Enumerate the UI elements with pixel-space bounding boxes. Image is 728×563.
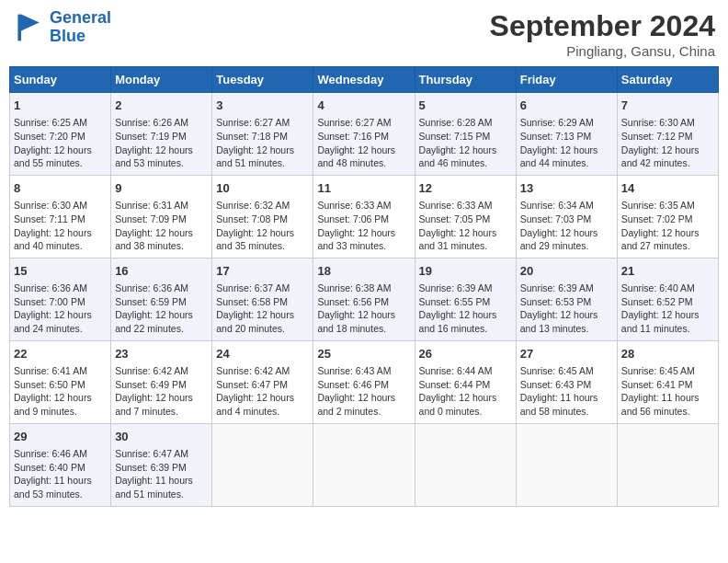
location: Pingliang, Gansu, China [490,43,715,59]
day-info: Sunrise: 6:33 AMSunset: 7:06 PMDaylight:… [317,199,410,253]
calendar-cell: 3Sunrise: 6:27 AMSunset: 7:18 PMDaylight… [212,93,313,176]
day-info: Sunrise: 6:35 AMSunset: 7:02 PMDaylight:… [621,199,714,253]
calendar-cell: 23Sunrise: 6:42 AMSunset: 6:49 PMDayligh… [111,340,212,423]
day-info: Sunrise: 6:25 AMSunset: 7:20 PMDaylight:… [14,116,107,170]
calendar-cell: 20Sunrise: 6:39 AMSunset: 6:53 PMDayligh… [516,258,617,340]
day-info: Sunrise: 6:39 AMSunset: 6:53 PMDaylight:… [520,282,613,336]
week-row-4: 22Sunrise: 6:41 AMSunset: 6:50 PMDayligh… [10,340,719,423]
day-info: Sunrise: 6:27 AMSunset: 7:18 PMDaylight:… [216,116,309,170]
day-number: 22 [14,346,107,362]
day-info: Sunrise: 6:27 AMSunset: 7:16 PMDaylight:… [317,116,410,170]
day-number: 11 [317,180,410,197]
day-number: 23 [115,346,208,362]
day-info: Sunrise: 6:45 AMSunset: 6:43 PMDaylight:… [520,364,613,419]
day-number: 1 [14,98,107,114]
day-info: Sunrise: 6:34 AMSunset: 7:03 PMDaylight:… [520,199,613,253]
week-row-3: 15Sunrise: 6:36 AMSunset: 7:00 PMDayligh… [10,258,719,340]
day-info: Sunrise: 6:40 AMSunset: 6:52 PMDaylight:… [621,282,714,336]
calendar-cell: 18Sunrise: 6:38 AMSunset: 6:56 PMDayligh… [313,258,415,340]
day-number: 21 [621,263,714,280]
day-number: 15 [14,263,107,280]
day-number: 27 [520,346,613,362]
day-number: 3 [216,98,309,114]
day-info: Sunrise: 6:43 AMSunset: 6:46 PMDaylight:… [317,364,410,419]
day-number: 20 [520,263,613,280]
week-row-5: 29Sunrise: 6:46 AMSunset: 6:40 PMDayligh… [10,423,719,506]
calendar-cell: 30Sunrise: 6:47 AMSunset: 6:39 PMDayligh… [111,423,212,506]
calendar-cell: 10Sunrise: 6:32 AMSunset: 7:08 PMDayligh… [212,175,313,258]
day-header-saturday: Saturday [617,67,718,93]
week-row-2: 8Sunrise: 6:30 AMSunset: 7:11 PMDaylight… [10,175,719,258]
calendar-cell: 15Sunrise: 6:36 AMSunset: 7:00 PMDayligh… [10,258,111,340]
day-number: 5 [419,98,512,114]
calendar-cell [313,423,415,506]
calendar-cell: 5Sunrise: 6:28 AMSunset: 7:15 PMDaylight… [415,93,516,176]
calendar-cell: 14Sunrise: 6:35 AMSunset: 7:02 PMDayligh… [617,175,718,258]
calendar-table: SundayMondayTuesdayWednesdayThursdayFrid… [9,66,719,507]
calendar-cell: 16Sunrise: 6:36 AMSunset: 6:59 PMDayligh… [111,258,212,340]
calendar-cell: 6Sunrise: 6:29 AMSunset: 7:13 PMDaylight… [516,93,617,176]
calendar-cell: 25Sunrise: 6:43 AMSunset: 6:46 PMDayligh… [313,340,415,423]
day-info: Sunrise: 6:36 AMSunset: 7:00 PMDaylight:… [14,282,107,336]
title-block: September 2024 Pingliang, Gansu, China [490,9,715,59]
logo-icon [13,11,46,44]
day-number: 10 [216,180,309,197]
calendar-cell: 9Sunrise: 6:31 AMSunset: 7:09 PMDaylight… [111,175,212,258]
calendar-cell: 11Sunrise: 6:33 AMSunset: 7:06 PMDayligh… [313,175,415,258]
day-info: Sunrise: 6:45 AMSunset: 6:41 PMDaylight:… [621,364,714,419]
month-title: September 2024 [490,9,715,43]
header-row: SundayMondayTuesdayWednesdayThursdayFrid… [10,67,719,93]
day-number: 24 [216,346,309,362]
day-info: Sunrise: 6:31 AMSunset: 7:09 PMDaylight:… [115,199,208,253]
day-info: Sunrise: 6:26 AMSunset: 7:19 PMDaylight:… [115,116,208,170]
day-info: Sunrise: 6:37 AMSunset: 6:58 PMDaylight:… [216,282,309,336]
day-info: Sunrise: 6:29 AMSunset: 7:13 PMDaylight:… [520,116,613,170]
day-number: 19 [419,263,512,280]
week-row-1: 1Sunrise: 6:25 AMSunset: 7:20 PMDaylight… [10,93,719,176]
calendar-cell: 21Sunrise: 6:40 AMSunset: 6:52 PMDayligh… [617,258,718,340]
day-info: Sunrise: 6:36 AMSunset: 6:59 PMDaylight:… [115,282,208,336]
day-info: Sunrise: 6:44 AMSunset: 6:44 PMDaylight:… [419,364,512,419]
day-number: 26 [419,346,512,362]
logo: General Blue [13,9,111,46]
calendar-cell [516,423,617,506]
day-info: Sunrise: 6:30 AMSunset: 7:12 PMDaylight:… [621,116,714,170]
page-header: General Blue September 2024 Pingliang, G… [9,9,719,59]
day-info: Sunrise: 6:42 AMSunset: 6:47 PMDaylight:… [216,364,309,419]
calendar-cell: 27Sunrise: 6:45 AMSunset: 6:43 PMDayligh… [516,340,617,423]
day-number: 14 [621,180,714,197]
logo-text: General Blue [50,9,111,46]
calendar-cell: 24Sunrise: 6:42 AMSunset: 6:47 PMDayligh… [212,340,313,423]
svg-rect-0 [17,14,21,40]
day-info: Sunrise: 6:39 AMSunset: 6:55 PMDaylight:… [419,282,512,336]
day-header-wednesday: Wednesday [313,67,415,93]
day-number: 4 [317,98,410,114]
day-number: 28 [621,346,714,362]
day-number: 13 [520,180,613,197]
day-info: Sunrise: 6:33 AMSunset: 7:05 PMDaylight:… [419,199,512,253]
day-number: 12 [419,180,512,197]
calendar-cell: 4Sunrise: 6:27 AMSunset: 7:16 PMDaylight… [313,93,415,176]
day-number: 18 [317,263,410,280]
day-number: 25 [317,346,410,362]
day-info: Sunrise: 6:38 AMSunset: 6:56 PMDaylight:… [317,282,410,336]
day-header-friday: Friday [516,67,617,93]
day-number: 30 [115,429,208,445]
day-number: 29 [14,429,107,445]
calendar-cell: 19Sunrise: 6:39 AMSunset: 6:55 PMDayligh… [415,258,516,340]
calendar-cell: 7Sunrise: 6:30 AMSunset: 7:12 PMDaylight… [617,93,718,176]
day-info: Sunrise: 6:30 AMSunset: 7:11 PMDaylight:… [14,199,107,253]
day-header-thursday: Thursday [415,67,516,93]
day-number: 17 [216,263,309,280]
day-number: 8 [14,180,107,197]
day-header-monday: Monday [111,67,212,93]
day-header-sunday: Sunday [10,67,111,93]
calendar-cell [415,423,516,506]
calendar-cell: 8Sunrise: 6:30 AMSunset: 7:11 PMDaylight… [10,175,111,258]
day-number: 9 [115,180,208,197]
day-info: Sunrise: 6:41 AMSunset: 6:50 PMDaylight:… [14,364,107,419]
calendar-cell: 29Sunrise: 6:46 AMSunset: 6:40 PMDayligh… [10,423,111,506]
calendar-cell: 2Sunrise: 6:26 AMSunset: 7:19 PMDaylight… [111,93,212,176]
calendar-cell: 28Sunrise: 6:45 AMSunset: 6:41 PMDayligh… [617,340,718,423]
calendar-cell: 13Sunrise: 6:34 AMSunset: 7:03 PMDayligh… [516,175,617,258]
